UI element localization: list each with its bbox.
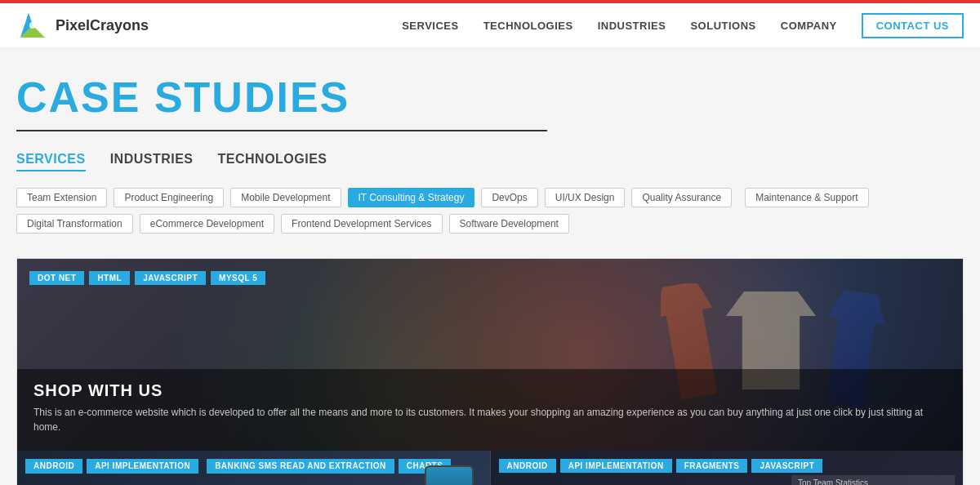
main-card-description: This is an e-commerce website which is d…: [33, 405, 947, 434]
page-content: CASE STUDIES SERVICES INDUSTRIES TECHNOL…: [0, 48, 980, 485]
svg-point-4: [29, 22, 36, 29]
bottom-left-card[interactable]: ANDROID API IMPLEMENTATION BANKING SMS R…: [17, 451, 491, 485]
card-tag-mysql: MYSQL 5: [211, 271, 265, 285]
tag-filter-bar: Team Extension Product Engineering Mobil…: [16, 188, 964, 234]
tag-digital-transformation[interactable]: Digital Transformation: [16, 214, 133, 234]
stats-content-area: Top Team Statistics WhoScored Rating ▼ B…: [791, 475, 955, 485]
phone-screen: [426, 467, 472, 485]
br-tag-javascript: JAVASCRIPT: [751, 459, 822, 473]
logo-icon: [16, 9, 49, 42]
card-tag-html: HTML: [89, 271, 130, 285]
tag-mobile-development[interactable]: Mobile Development: [230, 188, 341, 207]
tab-services[interactable]: SERVICES: [16, 152, 86, 171]
bottom-right-card[interactable]: ANDROID API IMPLEMENTATION FRAGMENTS JAV…: [491, 451, 964, 485]
tag-ecommerce-development[interactable]: eCommerce Development: [140, 214, 274, 234]
nav-item-services[interactable]: SERVICES: [402, 18, 459, 33]
nav-item-technologies[interactable]: TECHNOLOGIES: [483, 18, 573, 33]
main-card-content: SHOP WITH US This is an e-commerce websi…: [17, 369, 963, 451]
bottom-left-tags: ANDROID API IMPLEMENTATION BANKING SMS R…: [25, 459, 451, 474]
tag-it-consulting[interactable]: IT Consulting & Strategy: [348, 188, 475, 207]
tab-technologies[interactable]: TECHNOLOGIES: [218, 152, 327, 171]
tag-devops[interactable]: DevOps: [481, 188, 537, 207]
bl-tag-banking: BANKING SMS READ AND EXTRACTION: [207, 459, 394, 474]
nav-contact-btn-wrapper: CONTACT US: [862, 13, 964, 38]
bl-tag-android: ANDROID: [25, 459, 82, 474]
main-nav: PixelCrayons SERVICES TECHNOLOGIES INDUS…: [0, 3, 980, 48]
card-tag-dotnet: DOT NET: [29, 271, 84, 285]
page-title: CASE STUDIES: [16, 73, 964, 122]
bottom-cards-row: ANDROID API IMPLEMENTATION BANKING SMS R…: [17, 451, 963, 485]
tag-frontend-development[interactable]: Frontend Development Services: [281, 214, 442, 234]
tag-product-engineering[interactable]: Product Engineering: [114, 188, 224, 207]
phone-mockup: [425, 465, 474, 485]
tag-software-development[interactable]: Software Development: [449, 214, 569, 234]
main-card-tag-list: DOT NET HTML JAVASCRIPT MYSQL 5: [29, 271, 265, 285]
case-studies-container: DOT NET HTML JAVASCRIPT MYSQL 5 SHOP WIT…: [16, 258, 964, 485]
tag-quality-assurance[interactable]: Quality Assurance: [631, 188, 732, 207]
nav-item-solutions[interactable]: SOLUTIONS: [690, 18, 755, 33]
br-tag-android: ANDROID: [499, 459, 556, 473]
nav-item-company[interactable]: COMPANY: [781, 18, 837, 33]
contact-button[interactable]: CONTACT US: [862, 13, 964, 38]
tag-maintenance-support[interactable]: Maintenance & Support: [745, 188, 868, 207]
filter-tabs: SERVICES INDUSTRIES TECHNOLOGIES: [16, 152, 964, 171]
main-case-study-card[interactable]: DOT NET HTML JAVASCRIPT MYSQL 5 SHOP WIT…: [17, 259, 963, 451]
logo[interactable]: PixelCrayons: [16, 9, 149, 42]
logo-text: PixelCrayons: [56, 17, 149, 34]
nav-links: SERVICES TECHNOLOGIES INDUSTRIES SOLUTIO…: [402, 13, 964, 38]
br-tag-fragments: FRAGMENTS: [676, 459, 748, 473]
tab-industries[interactable]: INDUSTRIES: [110, 152, 194, 171]
bl-tag-api: API IMPLEMENTATION: [87, 459, 198, 474]
stats-header: Top Team Statistics: [791, 475, 955, 485]
tag-uiux-design[interactable]: UI/UX Design: [545, 188, 626, 207]
title-underline: [16, 130, 547, 131]
br-tag-api: API IMPLEMENTATION: [560, 459, 672, 473]
tag-team-extension[interactable]: Team Extension: [16, 188, 107, 207]
card-tag-javascript: JAVASCRIPT: [135, 271, 206, 285]
bottom-right-tags: ANDROID API IMPLEMENTATION FRAGMENTS JAV…: [499, 459, 823, 473]
nav-item-industries[interactable]: INDUSTRIES: [598, 18, 666, 33]
main-card-title: SHOP WITH US: [33, 381, 947, 400]
